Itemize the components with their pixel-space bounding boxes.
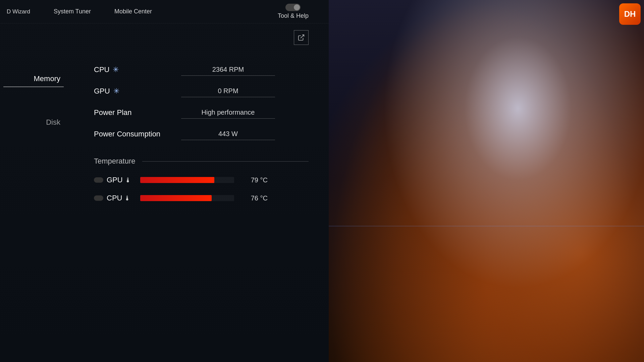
tool-help-area: Tool & Help	[278, 0, 309, 23]
sidebar-item-disk[interactable]: Disk	[0, 114, 67, 131]
gpu-temp-bar-container	[140, 177, 234, 183]
gpu-temp-value: 79 °C	[241, 176, 268, 184]
cpu-temp-bar-container	[140, 195, 234, 201]
nav-system-tuner[interactable]: System Tuner	[40, 0, 104, 23]
cpu-thermometer-icon: 🌡	[124, 194, 131, 202]
svg-line-0	[301, 35, 304, 38]
right-panel-line	[329, 226, 644, 226]
nav-mobile-center[interactable]: Mobile Center	[104, 0, 162, 23]
nav-wizard[interactable]: D Wizard	[0, 0, 40, 23]
main-content: Memory Disk CPU ✳ 2364 RPM GPU	[0, 23, 329, 362]
power-consumption-value: 443 W	[181, 128, 275, 140]
power-consumption-value-box: 443 W	[181, 128, 275, 140]
power-plan-label: Power Plan	[94, 108, 181, 117]
power-consumption-label: Power Consumption	[94, 130, 181, 138]
tool-help-label: Tool & Help	[278, 12, 309, 19]
content-panel: CPU ✳ 2364 RPM GPU ✳ 0 RPM	[67, 23, 329, 362]
right-panel: DH	[329, 0, 644, 362]
cpu-snowflake-icon: ✳	[113, 65, 119, 74]
cpu-fan-row: CPU ✳ 2364 RPM	[94, 64, 309, 76]
gpu-temp-bar	[140, 177, 214, 183]
gpu-temp-toggle[interactable]	[94, 177, 103, 183]
gpu-temp-label: GPU 🌡	[107, 176, 140, 184]
sidebar: Memory Disk	[0, 23, 67, 362]
top-nav: D Wizard System Tuner Mobile Center Tool…	[0, 0, 329, 23]
power-plan-value: High performance	[181, 107, 275, 119]
tool-help-toggle[interactable]	[285, 4, 301, 11]
gpu-fan-row: GPU ✳ 0 RPM	[94, 85, 309, 97]
gpu-fan-value-box: 0 RPM	[181, 85, 275, 97]
power-plan-value-box: High performance	[181, 107, 275, 119]
dh-logo: DH	[619, 3, 641, 25]
gpu-fan-value: 0 RPM	[181, 85, 275, 97]
power-consumption-row: Power Consumption 443 W	[94, 128, 309, 140]
gpu-thermometer-icon: 🌡	[125, 176, 131, 184]
temperature-divider	[142, 161, 309, 162]
temperature-section: Temperature GPU 🌡 79 °C	[94, 157, 309, 202]
sidebar-item-memory[interactable]: Memory	[0, 70, 67, 87]
cpu-temp-toggle[interactable]	[94, 195, 103, 201]
cpu-fan-value: 2364 RPM	[181, 64, 275, 76]
power-plan-row: Power Plan High performance	[94, 107, 309, 119]
cpu-fan-label: CPU ✳	[94, 65, 181, 74]
gpu-fan-label: GPU ✳	[94, 87, 181, 96]
export-button[interactable]	[294, 30, 309, 45]
temperature-title: Temperature	[94, 157, 136, 166]
cpu-temp-label: CPU 🌡	[107, 194, 140, 202]
temperature-header: Temperature	[94, 157, 309, 166]
cpu-temp-bar	[140, 195, 212, 201]
cpu-fan-value-box: 2364 RPM	[181, 64, 275, 76]
gpu-snowflake-icon: ✳	[113, 87, 119, 96]
cpu-temp-value: 76 °C	[241, 194, 268, 202]
